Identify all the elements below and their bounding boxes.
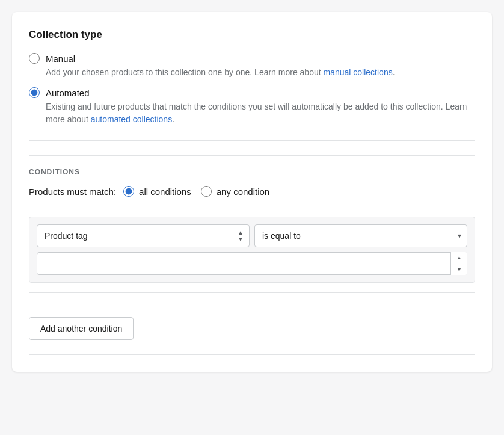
condition-row: Product tag Product title Product type P… [29, 217, 475, 283]
collection-type-options: Manual Add your chosen products to this … [29, 53, 475, 126]
automated-radio[interactable] [29, 87, 40, 98]
automated-description: Existing and future products that match … [46, 100, 475, 126]
section-divider [29, 140, 475, 141]
conditions-divider [29, 209, 475, 209]
match-row: Products must match: all conditions any … [29, 186, 475, 197]
manual-radio[interactable] [29, 53, 40, 64]
automated-label: Automated [46, 88, 90, 98]
add-condition-divider [29, 292, 475, 293]
any-condition-option: any condition [201, 186, 269, 197]
manual-description: Add your chosen products to this collect… [46, 66, 475, 79]
all-conditions-option: all conditions [123, 186, 191, 197]
value-spinners: ▲ ▼ [450, 252, 467, 275]
add-condition-button[interactable]: Add another condition [29, 317, 134, 340]
manual-collections-link[interactable]: manual collections [324, 67, 393, 77]
type-select[interactable]: Product tag Product title Product type P… [37, 224, 250, 247]
value-spinner-up[interactable]: ▲ [451, 252, 467, 264]
condition-selects: Product tag Product title Product type P… [37, 224, 467, 247]
automated-collections-link[interactable]: automated collections [91, 114, 172, 124]
manual-option: Manual Add your chosen products to this … [29, 53, 475, 79]
all-conditions-radio[interactable] [123, 186, 134, 197]
operator-select[interactable]: is equal to is not equal to starts with … [254, 224, 467, 247]
value-input-wrapper: ▲ ▼ [37, 252, 467, 275]
match-options: all conditions any condition [123, 186, 269, 197]
conditions-label: CONDITIONS [29, 168, 475, 176]
automated-option: Automated Existing and future products t… [29, 87, 475, 126]
section-title: Collection type [29, 29, 475, 41]
condition-value-row: ▲ ▼ [37, 252, 467, 275]
all-conditions-label[interactable]: all conditions [139, 187, 191, 197]
any-condition-radio[interactable] [201, 186, 212, 197]
match-label: Products must match: [29, 187, 116, 197]
manual-label: Manual [46, 54, 75, 64]
any-condition-label[interactable]: any condition [217, 187, 269, 197]
bottom-divider [29, 354, 475, 355]
conditions-section: CONDITIONS Products must match: all cond… [29, 155, 475, 340]
value-spinner-down[interactable]: ▼ [451, 264, 467, 276]
value-input[interactable] [37, 252, 467, 275]
operator-select-wrapper: is equal to is not equal to starts with … [254, 224, 467, 247]
collection-type-card: Collection type Manual Add your chosen p… [12, 12, 492, 372]
type-select-wrapper: Product tag Product title Product type P… [37, 224, 250, 247]
